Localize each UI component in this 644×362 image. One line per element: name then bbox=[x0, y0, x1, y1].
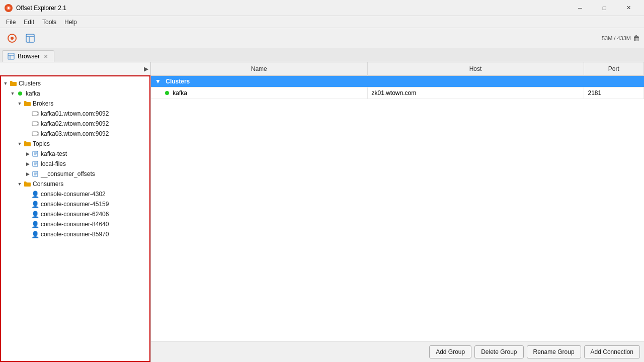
connect-icon bbox=[7, 33, 17, 43]
tree-node-topic2[interactable]: ▶ local-files bbox=[1, 159, 149, 169]
brokers-label: Brokers bbox=[33, 100, 53, 107]
delete-group-button[interactable]: Delete Group bbox=[474, 345, 523, 358]
tree-node-topic1[interactable]: ▶ kafka-test bbox=[1, 149, 149, 159]
tree-node-consumer4[interactable]: 👤 console-consumer-84640 bbox=[1, 219, 149, 229]
tree-node-broker3[interactable]: kafka03.wtown.com:9092 bbox=[1, 129, 149, 139]
brokers-folder-svg bbox=[24, 100, 31, 107]
consumer4-icon: 👤 bbox=[31, 220, 39, 228]
collapse-sidebar-icon[interactable]: ▶ bbox=[144, 65, 148, 72]
menu-file[interactable]: File bbox=[2, 18, 20, 27]
svg-point-12 bbox=[37, 112, 38, 113]
title-left: Offset Explorer 2.1 bbox=[4, 4, 66, 13]
clear-memory-button[interactable]: 🗑 bbox=[633, 34, 640, 42]
window-controls: ─ □ ✕ bbox=[569, 1, 640, 16]
title-bar: Offset Explorer 2.1 ─ □ ✕ bbox=[0, 0, 644, 16]
tree-content: ▼ Clusters ▼ kafka ▼ bbox=[0, 75, 150, 362]
tree-node-kafka[interactable]: ▼ kafka bbox=[1, 88, 149, 99]
data-table: Name Host Port ▼ Clusters bbox=[151, 62, 644, 99]
svg-point-16 bbox=[37, 124, 38, 125]
topics-folder-icon bbox=[23, 140, 31, 148]
group-expand-icon: ▼ bbox=[155, 78, 161, 85]
consumer5-label: console-consumer-85970 bbox=[41, 231, 109, 238]
topic1-icon bbox=[31, 150, 39, 158]
close-button[interactable]: ✕ bbox=[617, 1, 640, 16]
toolbar-browser-button[interactable] bbox=[22, 30, 38, 46]
col-port: Port bbox=[584, 62, 644, 76]
col-name: Name bbox=[151, 62, 367, 76]
svg-rect-8 bbox=[8, 53, 14, 59]
toolbar-connect-button[interactable] bbox=[4, 30, 20, 46]
broker3-label: kafka03.wtown.com:9092 bbox=[41, 130, 109, 137]
menu-tools[interactable]: Tools bbox=[38, 18, 60, 27]
expander-consumers[interactable]: ▼ bbox=[16, 180, 23, 188]
expander-topics[interactable]: ▼ bbox=[16, 140, 23, 147]
maximize-button[interactable]: □ bbox=[593, 1, 616, 16]
tree-panel: ▶ ▼ Clusters ▼ kafka bbox=[0, 62, 151, 362]
minimize-button[interactable]: ─ bbox=[569, 1, 592, 16]
rename-group-button[interactable]: Rename Group bbox=[527, 345, 581, 358]
consumers-folder-icon bbox=[23, 180, 31, 188]
menu-help[interactable]: Help bbox=[60, 18, 81, 27]
table-row-group[interactable]: ▼ Clusters bbox=[151, 76, 644, 87]
right-panel: Name Host Port ▼ Clusters bbox=[151, 62, 644, 362]
consumer2-label: console-consumer-45159 bbox=[41, 201, 109, 208]
consumer5-icon: 👤 bbox=[31, 230, 39, 238]
consumer4-label: console-consumer-84640 bbox=[41, 221, 109, 228]
table-header: Name Host Port bbox=[151, 62, 644, 76]
tree-node-consumer2[interactable]: 👤 console-consumer-45159 bbox=[1, 199, 149, 209]
tree-node-consumer1[interactable]: 👤 console-consumer-4302 bbox=[1, 189, 149, 199]
tree-node-consumers[interactable]: ▼ Consumers bbox=[1, 179, 149, 189]
tree-node-broker2[interactable]: kafka02.wtown.com:9092 bbox=[1, 119, 149, 129]
topic1-label: kafka-test bbox=[41, 150, 67, 157]
svg-point-15 bbox=[37, 122, 38, 123]
tree-node-consumer3[interactable]: 👤 console-consumer-62406 bbox=[1, 209, 149, 219]
table-row-kafka[interactable]: kafka zk01.wtown.com 2181 bbox=[151, 87, 644, 99]
clusters-folder-icon bbox=[10, 80, 17, 87]
expander-clusters[interactable]: ▼ bbox=[2, 80, 9, 87]
topic3-icon bbox=[31, 170, 39, 178]
broker3-icon bbox=[31, 130, 39, 138]
topic2-label: local-files bbox=[41, 160, 66, 167]
tree-node-consumer5[interactable]: 👤 console-consumer-85970 bbox=[1, 229, 149, 239]
tree-node-clusters[interactable]: ▼ Clusters bbox=[1, 78, 149, 88]
memory-text: 53M / 433M bbox=[602, 35, 631, 41]
tree-node-brokers[interactable]: ▼ Brokers bbox=[1, 99, 149, 109]
kafka-row-green-dot bbox=[165, 91, 169, 95]
expander-topic1[interactable]: ▶ bbox=[24, 150, 31, 157]
topic3-label: __consumer_offsets bbox=[41, 170, 95, 177]
expander-brokers[interactable]: ▼ bbox=[16, 100, 23, 107]
consumer3-icon: 👤 bbox=[31, 210, 39, 218]
browser-icon bbox=[25, 33, 35, 43]
svg-point-4 bbox=[11, 37, 14, 40]
table-body: ▼ Clusters kafka zk01.wtown.com 2181 bbox=[151, 76, 644, 99]
bottom-bar: Add Group Delete Group Rename Group Add … bbox=[151, 341, 644, 362]
add-group-button[interactable]: Add Group bbox=[429, 345, 471, 358]
menu-bar: File Edit Tools Help bbox=[0, 16, 644, 28]
consumer3-label: console-consumer-62406 bbox=[41, 211, 109, 218]
expander-kafka[interactable]: ▼ bbox=[9, 90, 16, 97]
app-title: Offset Explorer 2.1 bbox=[16, 5, 66, 12]
row-kafka-host: zk01.wtown.com bbox=[367, 87, 584, 99]
topic2-icon bbox=[31, 160, 39, 168]
tab-browser-label: Browser bbox=[18, 53, 40, 60]
toolbar: 53M / 433M 🗑 bbox=[0, 28, 644, 48]
tab-close-button[interactable]: ✕ bbox=[43, 54, 49, 59]
tab-browser[interactable]: Browser ✕ bbox=[2, 50, 54, 62]
green-dot-icon bbox=[18, 92, 22, 96]
expander-topic3[interactable]: ▶ bbox=[24, 170, 31, 177]
tree-node-broker1[interactable]: ▶ kafka01.wtown.com:9092 bbox=[1, 109, 149, 119]
menu-edit[interactable]: Edit bbox=[20, 18, 38, 27]
broker-icon bbox=[32, 110, 39, 117]
kafka-label: kafka bbox=[26, 90, 40, 97]
group-row-label: Clusters bbox=[166, 78, 190, 85]
expander-topic2[interactable]: ▶ bbox=[24, 160, 31, 167]
tree-node-topic3[interactable]: ▶ __consumer_offsets bbox=[1, 169, 149, 179]
svg-rect-5 bbox=[26, 34, 34, 42]
row-kafka-port: 2181 bbox=[584, 87, 644, 99]
tree-node-topics[interactable]: ▼ Topics bbox=[1, 139, 149, 149]
svg-point-18 bbox=[37, 132, 38, 133]
row-kafka-name: kafka bbox=[151, 87, 367, 99]
kafka-row-dot-icon bbox=[165, 89, 171, 97]
add-connection-button[interactable]: Add Connection bbox=[584, 345, 640, 358]
broker1-icon bbox=[31, 110, 39, 118]
